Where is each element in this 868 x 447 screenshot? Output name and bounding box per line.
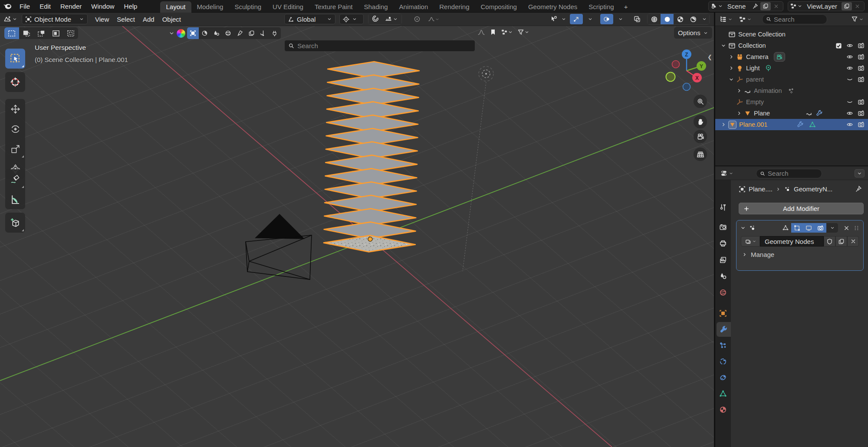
toggle-edit-mode-cage[interactable] bbox=[779, 223, 791, 233]
hide-eye-icon[interactable] bbox=[846, 121, 853, 128]
outliner-row-empty[interactable]: Empty bbox=[715, 96, 868, 108]
new-scene-button[interactable] bbox=[760, 2, 771, 10]
delete-scene-button[interactable] bbox=[771, 2, 781, 10]
proportional-edit-toggle[interactable] bbox=[411, 14, 424, 24]
filter-fluid-icon[interactable] bbox=[210, 27, 222, 39]
filter-mesh-icon[interactable] bbox=[199, 27, 210, 39]
menu-help[interactable]: Help bbox=[119, 0, 142, 13]
camera-object[interactable] bbox=[246, 214, 312, 279]
tool-annotate[interactable] bbox=[5, 169, 25, 189]
tab-tool[interactable] bbox=[715, 200, 731, 215]
delete-viewlayer-button[interactable] bbox=[852, 2, 862, 10]
outliner-filter-button[interactable] bbox=[849, 15, 865, 23]
viewlayer-icon[interactable] bbox=[790, 3, 802, 10]
xray-toggle[interactable] bbox=[631, 14, 644, 24]
outliner-row-collection[interactable]: Collection bbox=[715, 40, 868, 51]
tab-shading[interactable]: Shading bbox=[358, 1, 394, 13]
camera-view-button[interactable] bbox=[694, 130, 707, 143]
material-ball-icon[interactable] bbox=[177, 29, 185, 38]
node-tree-name-field[interactable]: Geometry Nodes bbox=[760, 236, 824, 247]
tab-layout[interactable]: Layout bbox=[160, 1, 191, 13]
camera-data-badge-icon[interactable] bbox=[774, 52, 785, 62]
tab-rendering[interactable]: Rendering bbox=[434, 1, 475, 13]
tab-particles[interactable] bbox=[715, 338, 731, 353]
tab-animation[interactable]: Animation bbox=[394, 1, 434, 13]
unlink-node-tree-button[interactable] bbox=[847, 236, 859, 247]
outliner-row-animation[interactable]: Animation bbox=[715, 85, 868, 96]
filter-hook-icon[interactable] bbox=[257, 27, 269, 39]
manage-subpanel-header[interactable]: Manage bbox=[736, 247, 863, 262]
outliner-editor-type-button[interactable] bbox=[718, 15, 734, 24]
gizmo-neg-y-ball[interactable] bbox=[666, 72, 675, 82]
tool-move[interactable] bbox=[5, 99, 25, 119]
outliner-search[interactable] bbox=[762, 14, 827, 24]
hide-eye-closed-icon[interactable] bbox=[846, 76, 853, 83]
snap-toggle[interactable] bbox=[368, 14, 381, 24]
toggle-show-viewport[interactable] bbox=[803, 223, 815, 233]
options-button[interactable]: Options bbox=[674, 27, 712, 39]
properties-search[interactable] bbox=[756, 169, 822, 178]
outliner-row-plane[interactable]: Plane bbox=[715, 108, 868, 119]
disable-render-icon[interactable] bbox=[858, 99, 865, 105]
outliner-row-camera[interactable]: Camera bbox=[715, 51, 868, 62]
properties-editor-type-button[interactable] bbox=[719, 169, 735, 178]
modifier-extras-dropdown[interactable] bbox=[826, 223, 838, 233]
drag-handle-icon[interactable] bbox=[853, 225, 860, 231]
tab-scene[interactable] bbox=[715, 269, 731, 283]
filter-object-icon[interactable] bbox=[187, 27, 199, 39]
tab-render[interactable] bbox=[715, 220, 731, 235]
outliner-search-input[interactable] bbox=[774, 16, 823, 23]
light-object[interactable] bbox=[463, 66, 493, 271]
toggle-show-render[interactable] bbox=[815, 223, 826, 233]
shading-material[interactable] bbox=[674, 14, 687, 24]
gizmos-toggle[interactable] bbox=[570, 14, 583, 24]
browse-node-tree-button[interactable] bbox=[741, 236, 760, 247]
tab-texture-paint[interactable]: Texture Paint bbox=[309, 1, 358, 13]
proportional-falloff-dropdown[interactable] bbox=[424, 14, 443, 24]
transform-orientation-dropdown[interactable]: Global bbox=[284, 14, 335, 24]
tab-geometry-nodes[interactable]: Geometry Nodes bbox=[523, 1, 583, 13]
navigation-gizmo[interactable]: Z Y X bbox=[663, 45, 711, 97]
3d-viewport[interactable]: User Perspective (0) Scene Collection | … bbox=[0, 13, 714, 447]
disable-render-icon[interactable] bbox=[858, 110, 865, 117]
filter-duplicate-icon[interactable] bbox=[246, 27, 257, 39]
gizmos-dropdown[interactable] bbox=[584, 14, 597, 24]
expand-icon[interactable] bbox=[728, 54, 734, 60]
hide-eye-icon[interactable] bbox=[846, 42, 853, 49]
collection-checkbox[interactable] bbox=[835, 43, 842, 49]
breadcrumb-object[interactable]: Plane.... bbox=[749, 185, 773, 193]
tab-sculpting[interactable]: Sculpting bbox=[229, 1, 267, 13]
disable-render-icon[interactable] bbox=[858, 76, 865, 83]
light-data-badge-icon[interactable] bbox=[765, 65, 772, 72]
tool-add-cube[interactable] bbox=[5, 213, 25, 233]
shading-rendered[interactable] bbox=[687, 14, 700, 24]
tool-rotate[interactable] bbox=[5, 119, 25, 139]
select-mode-invert[interactable] bbox=[49, 27, 63, 39]
shading-solid[interactable] bbox=[661, 14, 674, 24]
hide-eye-icon[interactable] bbox=[846, 65, 853, 72]
filter-world-icon[interactable] bbox=[222, 27, 234, 39]
zoom-view-button[interactable] bbox=[694, 95, 707, 108]
outliner-row-light[interactable]: Light bbox=[715, 62, 868, 74]
tool-3d-cursor[interactable] bbox=[5, 72, 25, 92]
overlays-dropdown[interactable] bbox=[614, 14, 627, 24]
show-gizmo-dropdown[interactable] bbox=[547, 14, 566, 24]
select-mode-extend[interactable] bbox=[19, 27, 34, 39]
menu-add[interactable]: Add bbox=[139, 16, 158, 23]
tab-compositing[interactable]: Compositing bbox=[475, 1, 523, 13]
menu-render[interactable]: Render bbox=[56, 0, 86, 13]
properties-options-chevron[interactable] bbox=[855, 169, 865, 177]
mode-dropdown[interactable]: Object Mode bbox=[22, 14, 88, 24]
pin-scene-icon[interactable] bbox=[750, 2, 760, 10]
tab-constraints[interactable] bbox=[715, 370, 731, 385]
duplicate-node-tree-button[interactable] bbox=[835, 236, 847, 247]
editor-type-button[interactable] bbox=[3, 15, 17, 23]
tool-search-bar[interactable] bbox=[284, 40, 475, 52]
disable-render-icon[interactable] bbox=[858, 53, 865, 60]
select-mode-intersect[interactable] bbox=[63, 27, 78, 39]
add-modifier-button[interactable]: Add Modifier bbox=[739, 203, 864, 214]
gizmo-neg-z-ball[interactable] bbox=[683, 83, 690, 91]
blender-logo-icon[interactable] bbox=[0, 2, 15, 10]
shading-wireframe[interactable] bbox=[648, 14, 661, 24]
breadcrumb-node-tree[interactable]: GeometryN... bbox=[794, 185, 832, 193]
